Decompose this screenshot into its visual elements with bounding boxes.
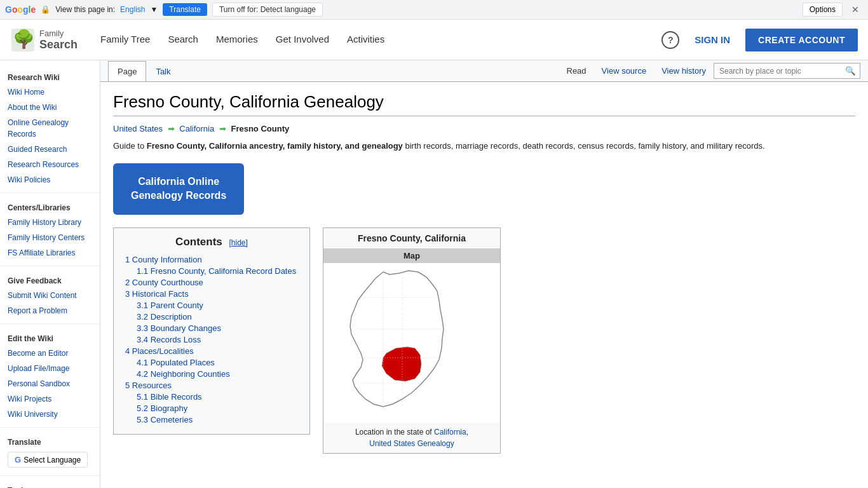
- language-link[interactable]: English: [120, 5, 145, 14]
- nav-memories[interactable]: Memories: [208, 29, 266, 51]
- tab-talk[interactable]: Talk: [146, 61, 180, 81]
- contents-hide-link[interactable]: [hide]: [229, 238, 248, 247]
- translate-label: View this page in:: [55, 5, 115, 14]
- breadcrumb-us[interactable]: United States: [113, 124, 163, 133]
- nav-family-tree[interactable]: Family Tree: [93, 29, 158, 51]
- header-actions: ? SIGN IN CREATE ACCOUNT: [661, 29, 858, 51]
- sidebar-item-guided-research[interactable]: Guided Research: [0, 142, 100, 157]
- sidebar-item-wiki-university[interactable]: Wiki University: [0, 407, 100, 422]
- contents-link-2[interactable]: 2 County Courthouse: [125, 278, 203, 287]
- logo-link[interactable]: 🌳 Family Search: [10, 27, 78, 53]
- contents-link-1[interactable]: 1 County Information: [125, 255, 202, 264]
- sidebar-item-online-genealogy[interactable]: Online Genealogy Records: [0, 115, 100, 142]
- contents-item-5-3: 5.3 Cemeteries: [125, 415, 298, 424]
- contents-item-3-4: 3.4 Records Loss: [125, 335, 298, 344]
- main-header: 🌳 Family Search Family Tree Search Memor…: [0, 20, 868, 60]
- contents-link-4[interactable]: 4 Places/Localities: [125, 346, 194, 356]
- breadcrumb-county: Fresno County: [231, 124, 289, 133]
- contents-link-3-3[interactable]: 3.3 Boundary Changes: [137, 323, 221, 333]
- translate-bar: Google 🔒 View this page in: English ▼ Tr…: [0, 0, 868, 20]
- wiki-search-button[interactable]: 🔍: [841, 64, 860, 78]
- wiki-search-wrap: 🔍: [714, 63, 860, 79]
- nav-search[interactable]: Search: [160, 29, 206, 51]
- page-layout: Research Wiki Wiki Home About the Wiki O…: [0, 60, 868, 488]
- sidebar-item-wiki-policies[interactable]: Wiki Policies: [0, 172, 100, 187]
- sidebar-item-personal-sandbox[interactable]: Personal Sandbox: [0, 376, 100, 391]
- contents-link-3-2[interactable]: 3.2 Description: [137, 312, 192, 322]
- sidebar-section-edit-wiki: Edit the Wiki: [0, 329, 100, 346]
- translate-button[interactable]: Translate: [163, 3, 207, 16]
- contents-link-5-3[interactable]: 5.3 Cemeteries: [137, 415, 193, 424]
- breadcrumb-state[interactable]: California: [179, 124, 214, 133]
- ca-records-line2: Genealogy Records: [131, 190, 226, 201]
- sidebar-item-research-resources[interactable]: Research Resources: [0, 157, 100, 172]
- contents-item-4: 4 Places/Localities: [125, 346, 298, 356]
- map-caption-link-us-genealogy[interactable]: United States Genealogy: [369, 439, 454, 448]
- nav-get-involved[interactable]: Get Involved: [268, 29, 337, 51]
- sidebar-item-family-history-library[interactable]: Family History Library: [0, 215, 100, 230]
- turnoff-button[interactable]: Turn off for: Detect language: [212, 3, 323, 17]
- select-language-label: Select Language: [24, 456, 81, 464]
- ca-records-line1: California Online: [138, 176, 219, 187]
- close-translate-button[interactable]: ✕: [848, 3, 863, 16]
- sidebar-item-fs-affiliate[interactable]: FS Affiliate Libraries: [0, 245, 100, 261]
- sidebar-divider-3: [0, 323, 100, 324]
- content-area: Page Talk Read View source View history …: [100, 60, 868, 488]
- sidebar-item-wiki-projects[interactable]: Wiki Projects: [0, 391, 100, 407]
- action-read: Read: [559, 61, 594, 81]
- main-content: Fresno County, California Genealogy Unit…: [100, 82, 868, 464]
- contents-link-4-1[interactable]: 4.1 Populated Places: [137, 358, 215, 367]
- sidebar-item-submit-wiki[interactable]: Submit Wiki Content: [0, 288, 100, 303]
- contents-link-5-1[interactable]: 5.1 Bible Records: [137, 392, 202, 402]
- sign-in-link[interactable]: SIGN IN: [687, 29, 738, 50]
- california-map-svg: [326, 266, 498, 418]
- select-language-button[interactable]: G Select Language: [8, 452, 88, 468]
- contents-link-3[interactable]: 3 Historical Facts: [125, 289, 189, 299]
- contents-item-4-2: 4.2 Neighboring Counties: [125, 369, 298, 379]
- tab-page[interactable]: Page: [108, 61, 146, 81]
- contents-link-3-1[interactable]: 3.1 Parent County: [137, 301, 203, 310]
- nav-activities[interactable]: Activities: [339, 29, 392, 51]
- sidebar-section-tools: Tools: [0, 481, 100, 488]
- action-view-history[interactable]: View history: [654, 61, 714, 81]
- contents-link-3-4[interactable]: 3.4 Records Loss: [137, 335, 201, 344]
- map-caption-link-california[interactable]: California: [434, 428, 466, 437]
- contents-item-3-2: 3.2 Description: [125, 312, 298, 322]
- contents-item-3-3: 3.3 Boundary Changes: [125, 323, 298, 333]
- options-button[interactable]: Options: [803, 3, 843, 17]
- sidebar-item-wiki-home[interactable]: Wiki Home: [0, 85, 100, 100]
- sidebar-item-become-editor[interactable]: Become an Editor: [0, 346, 100, 361]
- map-panel: Fresno County, California Map: [323, 227, 501, 454]
- two-col-layout: Contents [hide] 1 County Information 1.1…: [113, 227, 855, 454]
- ca-records-button[interactable]: California Online Genealogy Records: [113, 163, 244, 215]
- breadcrumb-arrow-1: ➡: [168, 124, 175, 133]
- contents-link-1-1[interactable]: 1.1 Fresno County, California Record Dat…: [137, 266, 296, 276]
- action-view-source[interactable]: View source: [594, 61, 654, 81]
- contents-title: Contents [hide]: [125, 236, 298, 248]
- sidebar-item-family-history-centers[interactable]: Family History Centers: [0, 230, 100, 245]
- contents-list: 1 County Information 1.1 Fresno County, …: [125, 255, 298, 424]
- dropdown-icon: ▼: [150, 5, 158, 14]
- create-account-button[interactable]: CREATE ACCOUNT: [745, 29, 858, 51]
- contents-item-3-1: 3.1 Parent County: [125, 301, 298, 310]
- sidebar-section-translate: Translate: [0, 433, 100, 449]
- map-panel-title: Fresno County, California: [323, 228, 500, 248]
- contents-link-4-2[interactable]: 4.2 Neighboring Counties: [137, 369, 230, 379]
- intro-text: Guide to Fresno County, California ances…: [113, 140, 855, 153]
- wiki-search-input[interactable]: [714, 64, 841, 78]
- sidebar-item-upload-file[interactable]: Upload File/Image: [0, 361, 100, 376]
- sidebar-item-report-problem[interactable]: Report a Problem: [0, 303, 100, 318]
- help-icon[interactable]: ?: [661, 31, 679, 49]
- contents-link-5-2[interactable]: 5.2 Biography: [137, 403, 187, 413]
- page-actions: Read View source View history 🔍: [559, 60, 861, 81]
- contents-link-5[interactable]: 5 Resources: [125, 381, 172, 390]
- sidebar-item-about-wiki[interactable]: About the Wiki: [0, 100, 100, 115]
- sidebar-divider-4: [0, 427, 100, 428]
- contents-item-5: 5 Resources: [125, 381, 298, 390]
- page-tabs-bar: Page Talk Read View source View history …: [100, 60, 868, 82]
- contents-box: Contents [hide] 1 County Information 1.1…: [113, 227, 310, 435]
- sidebar: Research Wiki Wiki Home About the Wiki O…: [0, 60, 100, 488]
- contents-item-2: 2 County Courthouse: [125, 278, 298, 287]
- logo-text: Family Search: [39, 29, 78, 51]
- sidebar-section-feedback: Give Feedback: [0, 271, 100, 288]
